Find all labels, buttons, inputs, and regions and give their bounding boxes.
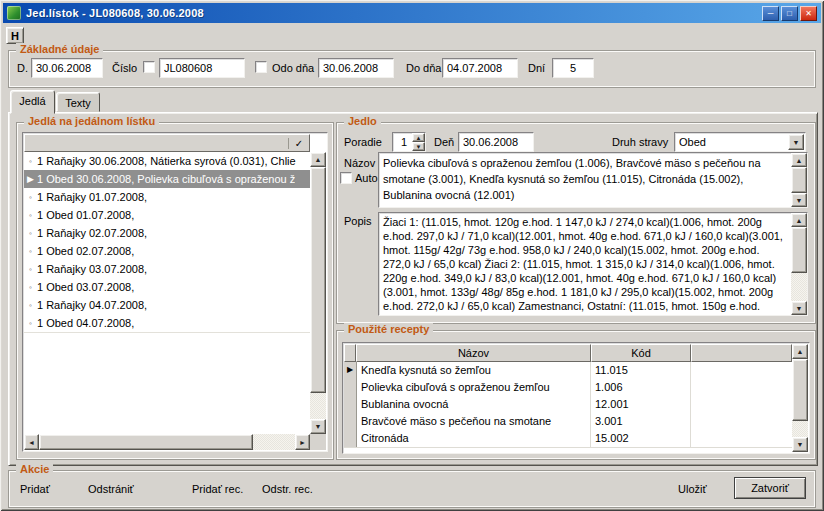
scroll-up-button[interactable]: ▲ — [792, 344, 808, 359]
name-text: Polievka cibuľová s opraženou žemľou (1.… — [381, 154, 789, 206]
row-marker-icon: ◦ — [24, 157, 37, 166]
scroll-down-button[interactable]: ▼ — [310, 419, 326, 434]
day-field[interactable] — [458, 132, 534, 152]
row-marker-icon: ◦ — [24, 193, 37, 202]
right-arrow-icon: ► — [299, 439, 306, 446]
spin-up-button[interactable]: ▲ — [412, 133, 425, 142]
meal-list: ✓ ◦1 Raňajky 30.06.2008, Nátierka syrová… — [22, 132, 328, 452]
close-button[interactable]: ✕ — [800, 6, 817, 21]
table-row[interactable]: Bravčové mäso s pečeňou na smotane3.001 — [344, 413, 792, 431]
scroll-down-button[interactable]: ▼ — [791, 193, 807, 207]
actions-group-title: Akcie — [16, 463, 53, 476]
minimize-button[interactable]: ─ — [762, 6, 779, 21]
list-item[interactable]: ◦1 Raňajky 30.06.2008, Nátierka syrová (… — [24, 152, 310, 171]
list-item[interactable]: ◦1 Obed 02.07.2008, — [24, 242, 310, 261]
tab-jedla[interactable]: Jedlá — [10, 90, 55, 114]
recipe-code-cell: 11.015 — [591, 362, 691, 379]
days-field[interactable] — [552, 58, 594, 78]
meal-type-dropdown[interactable] — [674, 132, 806, 152]
maximize-button[interactable]: □ — [781, 6, 798, 21]
add-recipe-button[interactable]: Pridať rec. — [186, 478, 249, 499]
list-item-label: 1 Obed 01.07.2008, — [37, 209, 134, 221]
spin-up-icon: ▲ — [416, 135, 422, 141]
scroll-right-button[interactable]: ► — [295, 434, 310, 450]
name-column-header[interactable]: Názov — [356, 344, 591, 362]
h-button-label: H — [11, 30, 19, 42]
close-form-button[interactable]: Zatvoriť — [734, 477, 806, 499]
table-row[interactable]: Polievka cibuľová s opraženou žemľou1.00… — [344, 379, 792, 397]
number-checkbox[interactable] — [143, 61, 155, 73]
scroll-up-button[interactable]: ▲ — [791, 153, 807, 167]
vscroll-thumb[interactable] — [791, 227, 807, 273]
range-checkbox[interactable] — [255, 61, 267, 73]
list-item-selected[interactable]: ▶1 Obed 30.06.2008, Polievka cibuľová s … — [24, 170, 310, 189]
meal-list-header[interactable]: ✓ — [24, 134, 310, 152]
vscroll-thumb[interactable] — [310, 167, 326, 393]
list-item[interactable]: ◦1 Raňajky 02.07.2008, — [24, 224, 310, 243]
to-date-field[interactable] — [442, 58, 518, 78]
number-field[interactable] — [159, 58, 245, 78]
description-label: Popis — [344, 215, 372, 228]
from-date-label: Odo dňa — [272, 62, 314, 75]
add-button[interactable]: Pridať — [14, 478, 56, 499]
list-item[interactable]: ◦1 Raňajky 01.07.2008, — [24, 188, 310, 207]
name-textarea[interactable]: Polievka cibuľová s opraženou žemľou (1.… — [378, 152, 808, 208]
h-button[interactable]: H — [6, 27, 24, 44]
dropdown-arrow-button[interactable]: ▼ — [788, 134, 804, 150]
title-bar[interactable]: Jed.lístok - JL080608, 30.06.2008 ─ □ ✕ — [3, 3, 821, 23]
hscroll-thumb[interactable] — [39, 434, 253, 450]
auto-checkbox[interactable] — [340, 172, 352, 184]
application-window: Jed.lístok - JL080608, 30.06.2008 ─ □ ✕ … — [0, 0, 824, 511]
table-row[interactable]: Citronáda15.002 — [344, 430, 792, 448]
date-field[interactable] — [31, 58, 103, 78]
list-item-label: 1 Raňajky 01.07.2008, — [37, 191, 147, 203]
spin-down-button[interactable]: ▼ — [412, 142, 425, 151]
name-column-header-label: Názov — [458, 347, 489, 359]
from-date-field[interactable] — [318, 58, 394, 78]
current-row-icon: ▶ — [344, 362, 357, 379]
save-button[interactable]: Uložiť — [672, 478, 713, 499]
row-indicator — [344, 413, 357, 430]
recipe-code-cell: 15.002 — [591, 430, 691, 447]
scroll-up-button[interactable]: ▲ — [791, 213, 807, 227]
list-item[interactable]: ◦1 Obed 04.07.2008, — [24, 314, 310, 333]
table-row[interactable]: ▶Knedľa kysnutá so žemľou11.015 — [344, 362, 792, 380]
list-item-label: 1 Obed 30.06.2008, Polievka cibuľová s o… — [37, 173, 295, 185]
down-arrow-icon: ▼ — [315, 423, 322, 430]
code-column-header[interactable]: Kód — [591, 344, 691, 362]
scroll-up-button[interactable]: ▲ — [310, 152, 326, 167]
description-textarea[interactable]: Žiaci 1: (11.015, hmot. 120g e.hod. 1 14… — [378, 212, 808, 316]
row-marker-icon: ◦ — [24, 283, 37, 292]
scrollbar-corner — [310, 434, 326, 450]
row-marker-icon: ◦ — [24, 319, 37, 328]
filler-column-header — [691, 344, 792, 362]
vscroll-thumb[interactable] — [792, 359, 808, 421]
vscroll-thumb[interactable] — [791, 167, 807, 193]
scroll-down-button[interactable]: ▼ — [791, 301, 807, 315]
scroll-left-button[interactable]: ◄ — [24, 434, 39, 450]
used-recipes-group-title: Použité recepty — [344, 323, 433, 336]
basic-data-group-title: Základné údaje — [16, 43, 103, 56]
list-item[interactable]: ◦1 Obed 01.07.2008, — [24, 206, 310, 225]
recipe-name-cell: Bublanina ovocná — [357, 396, 591, 413]
list-item[interactable]: ◦1 Obed 03.07.2008, — [24, 278, 310, 297]
list-item-label: 1 Obed 04.07.2008, — [37, 317, 134, 329]
order-label: Poradie — [344, 136, 382, 149]
remove-recipe-button[interactable]: Odstr. rec. — [256, 478, 319, 499]
down-arrow-icon: ▼ — [796, 197, 803, 204]
recipe-name-cell: Knedľa kysnutá so žemľou — [357, 362, 591, 379]
list-item[interactable]: ◦1 Raňajky 03.07.2008, — [24, 260, 310, 279]
list-item[interactable]: ◦1 Raňajky 04.07.2008, — [24, 296, 310, 315]
recipe-code-cell: 3.001 — [591, 413, 691, 430]
tab-texty[interactable]: Texty — [56, 92, 100, 112]
minimize-icon: ─ — [768, 7, 774, 20]
table-row[interactable]: Bublanina ovocná12.001 — [344, 396, 792, 414]
window-title: Jed.lístok - JL080608, 30.06.2008 — [26, 7, 204, 19]
check-icon: ✓ — [288, 138, 309, 149]
remove-button[interactable]: Odstrániť — [82, 478, 140, 499]
tab-texty-label: Texty — [65, 97, 91, 109]
row-indicator — [344, 379, 357, 396]
meal-type-label: Druh stravy — [612, 136, 668, 149]
scroll-down-button[interactable]: ▼ — [792, 437, 808, 452]
date-label: D. — [17, 62, 28, 75]
